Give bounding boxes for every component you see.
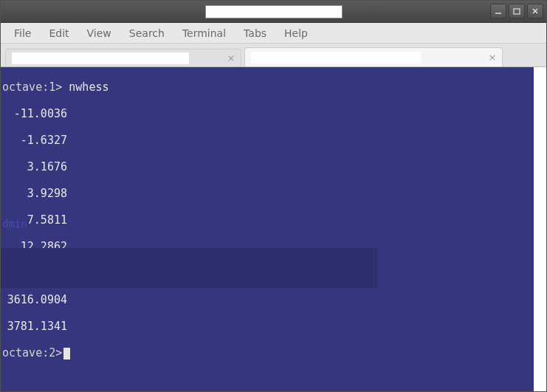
close-button[interactable]	[527, 4, 543, 18]
maximize-button[interactable]	[509, 4, 525, 18]
tab-2-active[interactable]: ×	[244, 47, 503, 66]
menu-help[interactable]: Help	[275, 24, 317, 42]
tab-close-icon[interactable]: ×	[226, 53, 236, 63]
prompt: octave:1>	[2, 80, 62, 94]
svg-rect-1	[514, 9, 520, 14]
minimize-button[interactable]	[490, 4, 506, 18]
menubar: File Edit View Search Terminal Tabs Help	[1, 23, 546, 44]
tabbar: × ×	[1, 44, 546, 67]
app-window: File Edit View Search Terminal Tabs Help…	[0, 0, 547, 392]
output-value: 3781.1341	[2, 320, 67, 333]
terminal-viewport: octave:1> nwhess -11.0036 -1.6327 3.1676…	[1, 67, 546, 391]
tab-title-placeholder	[251, 52, 421, 63]
tab-title-placeholder	[12, 52, 189, 64]
output-value: 3.1676	[2, 160, 67, 173]
ghost-text: dmin	[2, 217, 27, 230]
output-value: -1.6327	[2, 134, 67, 147]
menu-search[interactable]: Search	[120, 24, 173, 42]
command-text: nwhess	[62, 80, 109, 94]
titlebar[interactable]	[1, 1, 546, 23]
prompt: octave:2>	[2, 346, 62, 360]
window-controls	[490, 4, 543, 18]
output-value: 3616.0904	[2, 293, 67, 306]
menu-edit[interactable]: Edit	[40, 24, 78, 42]
terminal[interactable]: octave:1> nwhess -11.0036 -1.6327 3.1676…	[1, 67, 534, 391]
output-value: -11.0036	[2, 107, 67, 120]
tab-1[interactable]: ×	[5, 49, 241, 66]
window-title-placeholder	[205, 5, 343, 18]
menu-file[interactable]: File	[5, 24, 40, 42]
tab-close-icon[interactable]: ×	[487, 52, 498, 63]
output-value: 3.9298	[2, 187, 67, 200]
menu-view[interactable]: View	[78, 24, 120, 42]
menu-tabs[interactable]: Tabs	[235, 24, 275, 42]
cursor	[63, 348, 70, 360]
menu-terminal[interactable]: Terminal	[173, 24, 235, 42]
overlay-panel	[1, 248, 377, 288]
